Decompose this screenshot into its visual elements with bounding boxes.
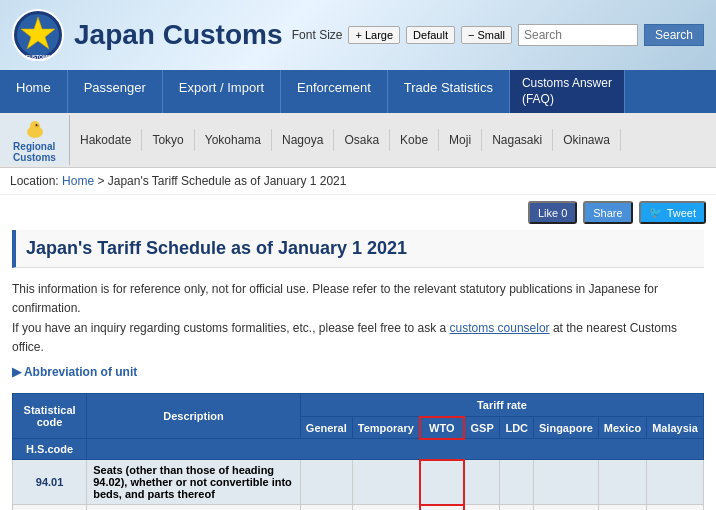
region-kobe[interactable]: Kobe <box>390 129 439 151</box>
counselor-link[interactable]: customs counselor <box>450 321 550 335</box>
cell-code: 94.01 <box>13 460 87 505</box>
region-okinawa[interactable]: Okinawa <box>553 129 621 151</box>
cell-description: Seats (other than those of heading 94.02… <box>87 460 301 505</box>
tweet-button[interactable]: 🐦 Tweet <box>639 201 706 224</box>
site-title: Japan Customs <box>74 19 283 51</box>
default-font-button[interactable]: Default <box>406 26 455 44</box>
table-row: 94.01Seats (other than those of heading … <box>13 460 704 505</box>
twitter-icon: 🐦 <box>649 206 663 219</box>
regional-bar: RegionalCustoms Hakodate Tokyo Yokohama … <box>0 113 716 168</box>
region-yokohama[interactable]: Yokohama <box>195 129 272 151</box>
logo-icon: CUSTOMS <box>12 9 64 61</box>
th-malaysia: Malaysia <box>647 417 704 439</box>
share-button[interactable]: Share <box>583 201 632 224</box>
cell-temporary <box>352 460 420 505</box>
search-input[interactable] <box>518 24 638 46</box>
breadcrumb: Location: Home > Japan's Tariff Schedule… <box>0 168 716 195</box>
disclaimer-text: This information is for reference only, … <box>12 280 704 357</box>
table-row: 9401.10.000Seats of a kind used for airc… <box>13 505 704 510</box>
th-general: General <box>300 417 352 439</box>
nav-customs-answer[interactable]: Customs Answer(FAQ) <box>510 70 625 113</box>
small-font-button[interactable]: − Small <box>461 26 512 44</box>
breadcrumb-home-link[interactable]: Home <box>62 174 94 188</box>
nav-trade-statistics[interactable]: Trade Statistics <box>388 70 510 113</box>
th-statistical-code: Statistical code <box>13 393 87 439</box>
tariff-table: Statistical code Description Tariff rate… <box>12 393 704 510</box>
font-size-label: Font Size <box>292 28 343 42</box>
region-hakodate[interactable]: Hakodate <box>70 129 142 151</box>
like-button[interactable]: Like 0 <box>528 201 577 224</box>
cell-code: 9401.10.000 <box>13 505 87 510</box>
cell-mexico <box>598 460 646 505</box>
disclaimer-line1: This information is for reference only, … <box>12 280 704 318</box>
cell-general <box>300 460 352 505</box>
cell-malaysia: Free <box>647 505 704 510</box>
region-osaka[interactable]: Osaka <box>334 129 390 151</box>
table-body: 94.01Seats (other than those of heading … <box>13 460 704 510</box>
cell-mexico: Free <box>598 505 646 510</box>
nav-passenger[interactable]: Passenger <box>68 70 163 113</box>
page-title: Japan's Tariff Schedule as of January 1 … <box>12 230 704 268</box>
th-singapore: Singapore <box>534 417 599 439</box>
th-ldc: LDC <box>500 417 534 439</box>
th-temporary: Temporary <box>352 417 420 439</box>
header-controls: Font Size + Large Default − Small Search <box>292 24 704 46</box>
cell-gsp <box>464 505 500 510</box>
th-description: Description <box>87 393 301 439</box>
nav-enforcement[interactable]: Enforcement <box>281 70 388 113</box>
th-wto: WTO <box>420 417 464 439</box>
cell-singapore <box>534 460 599 505</box>
region-nagoya[interactable]: Nagoya <box>272 129 334 151</box>
region-moji[interactable]: Moji <box>439 129 482 151</box>
search-button[interactable]: Search <box>644 24 704 46</box>
breadcrumb-current: Japan's Tariff Schedule as of January 1 … <box>108 174 347 188</box>
th-mexico: Mexico <box>598 417 646 439</box>
page-header: CUSTOMS Japan Customs Font Size + Large … <box>0 0 716 70</box>
abbreviation-link[interactable]: ▶ Abbreviation of unit <box>12 365 704 379</box>
mascot-icon <box>23 117 47 141</box>
cell-gsp <box>464 460 500 505</box>
cell-malaysia <box>647 460 704 505</box>
main-content: Japan's Tariff Schedule as of January 1 … <box>0 230 716 510</box>
cell-temporary <box>352 505 420 510</box>
regional-customs-label: RegionalCustoms <box>0 115 70 165</box>
logo-area: CUSTOMS Japan Customs <box>12 9 283 61</box>
nav-home[interactable]: Home <box>0 70 68 113</box>
cell-wto: (Free) <box>420 505 464 510</box>
nav-export-import[interactable]: Export / Import <box>163 70 281 113</box>
cell-singapore: Free <box>534 505 599 510</box>
svg-point-7 <box>35 124 37 126</box>
region-nagasaki[interactable]: Nagasaki <box>482 129 553 151</box>
large-font-button[interactable]: + Large <box>348 26 400 44</box>
th-gsp: GSP <box>464 417 500 439</box>
cell-ldc <box>500 460 534 505</box>
cell-description: Seats of a kind used for aircraft <box>87 505 301 510</box>
region-tokyo[interactable]: Tokyo <box>142 129 194 151</box>
svg-text:CUSTOMS: CUSTOMS <box>26 54 52 60</box>
th-tariff-rate: Tariff rate <box>300 393 703 417</box>
th-hscode: H.S.code <box>13 439 87 460</box>
cell-general: Free <box>300 505 352 510</box>
social-bar: Like 0 Share 🐦 Tweet <box>0 195 716 230</box>
cell-ldc <box>500 505 534 510</box>
main-navigation: Home Passenger Export / Import Enforceme… <box>0 70 716 113</box>
cell-wto <box>420 460 464 505</box>
